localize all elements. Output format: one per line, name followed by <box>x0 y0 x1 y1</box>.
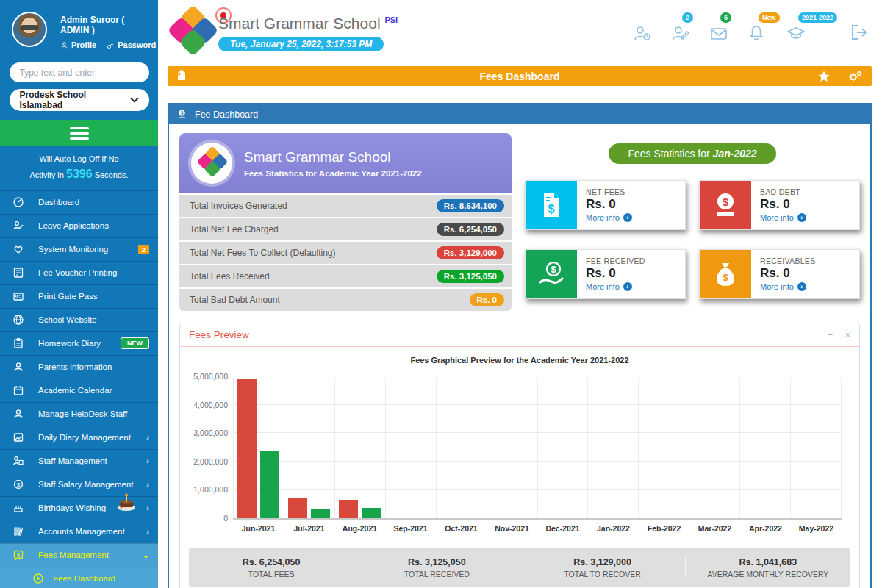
table-row: Total Net Fees To Collect (Defaulting) R… <box>179 242 512 264</box>
sidebar-item-system-monitoring[interactable]: System Monitoring 2 <box>0 237 158 261</box>
stat-value-badge: Rs. 8,634,100 <box>437 199 504 212</box>
sidebar-item-fees-management[interactable]: $ Fees Management ⌄ <box>0 543 158 567</box>
sign-out-icon <box>850 24 869 41</box>
notifications-button[interactable]: New <box>748 19 767 41</box>
invoice-dollar-icon: $ <box>539 191 564 219</box>
x-tick-label: Aug-2021 <box>334 521 385 533</box>
chevron-down-icon <box>130 97 139 103</box>
chevron-right-icon: › <box>146 480 149 489</box>
homework-new-badge: NEW <box>121 337 149 349</box>
user-name: Admin Suroor ( ADMIN ) <box>60 10 151 35</box>
academic-session-button[interactable]: 2021-2022 <box>786 19 831 41</box>
sidebar-item-homework-diary[interactable]: Homework Diary NEW <box>0 331 158 355</box>
sidebar-item-staff-management[interactable]: Staff Management › <box>0 449 158 473</box>
more-info-link[interactable]: More info› <box>760 213 806 222</box>
search-input[interactable] <box>10 62 149 82</box>
person-board-icon <box>12 455 24 467</box>
fees-tag-icon: $ <box>12 549 24 561</box>
fees-chart: 01,000,0002,000,0003,000,0004,000,0005,0… <box>180 372 849 541</box>
gridline <box>233 376 842 376</box>
sidebar-item-leave-applications[interactable]: Leave Applications <box>0 214 158 237</box>
sidebar-item-fee-voucher-printing[interactable]: Fee Voucher Printing <box>0 261 158 284</box>
month-stats-pill: Fees Statistics for Jan-2022 <box>609 143 775 164</box>
school-logo-small <box>191 143 232 184</box>
deposit-dollar-icon: $ <box>176 109 187 120</box>
more-info-link[interactable]: More info› <box>586 282 645 291</box>
sidebar-toggle[interactable] <box>0 120 158 146</box>
sidebar-item-fees-dashboard[interactable]: Fees Dashboard <box>0 567 158 588</box>
stats-table: Total Invoices Generated Rs. 8,634,100 T… <box>179 195 512 311</box>
svg-text:$: $ <box>17 481 21 488</box>
sidebar-item-birthdays-wishing[interactable]: Birthdays Wishing › <box>0 496 158 520</box>
birthday-cake-icon <box>115 492 137 512</box>
session-year-badge: 2021-2022 <box>798 12 837 23</box>
sidebar-item-daily-diary-management[interactable]: Daily Diary Management › <box>0 426 158 449</box>
bar-fees-received <box>260 451 279 518</box>
summary-total-fees: Rs. 6,254,050 TOTAL FEES <box>189 557 354 578</box>
more-info-link[interactable]: More info› <box>586 213 632 222</box>
minimize-button[interactable]: − <box>828 329 833 340</box>
hamburger-icon <box>70 127 89 140</box>
sidebar-item-print-gate-pass[interactable]: Print Gate Pass <box>0 284 158 308</box>
arrow-circle-icon: › <box>797 282 806 291</box>
password-link-label: Password <box>118 40 156 49</box>
bar-fees-charged <box>237 379 257 518</box>
school-name-sup: PSI <box>384 15 398 24</box>
svg-text:$: $ <box>17 552 21 559</box>
user-requests-badge: 2 <box>682 12 693 23</box>
table-row: Total Invoices Generated Rs. 8,634,100 <box>179 195 512 217</box>
user-requests-button[interactable]: 2 <box>672 19 691 41</box>
bell-icon <box>748 25 764 41</box>
app-root: Admin Suroor ( ADMIN ) Profile Password … <box>0 0 882 588</box>
voucher-icon <box>12 267 24 279</box>
messages-button[interactable]: 6 <box>710 19 729 41</box>
summary-total-to-recover: Rs. 3,129,000 TOTAL TO RECOVER <box>520 557 686 578</box>
settings-gears-icon[interactable] <box>848 70 863 83</box>
profile-link[interactable]: Profile <box>60 40 96 49</box>
mail-icon <box>710 26 728 41</box>
chevron-right-icon: › <box>146 503 149 512</box>
salary-icon: $ <box>12 478 24 490</box>
chart-month-column <box>335 378 386 518</box>
sidebar-item-academic-calendar[interactable]: Academic Calendar <box>0 379 158 402</box>
sidebar-menu: Dashboard Leave Applications System Moni… <box>0 190 158 588</box>
y-tick-label: 5,000,000 <box>193 372 228 381</box>
star-icon[interactable] <box>817 70 831 83</box>
table-row: Total Bad Debt Amount Rs. 0 <box>179 289 512 311</box>
school-select-value: Prodesk School Islamabad <box>20 90 130 110</box>
avatar[interactable] <box>12 12 47 47</box>
x-tick-label: Nov-2021 <box>487 521 537 533</box>
chart-month-column <box>487 378 538 518</box>
notifications-badge: New <box>759 12 780 23</box>
chart-summary: Rs. 6,254,050 TOTAL FEES Rs. 3,125,050 T… <box>189 548 850 587</box>
logout-button[interactable] <box>850 19 869 41</box>
bar-fees-received <box>362 508 381 518</box>
x-tick-label: Mar-2022 <box>689 521 740 533</box>
close-button[interactable]: × <box>845 329 850 340</box>
monitoring-badge: 2 <box>138 245 149 254</box>
fee-dashboard-box-title: Fee Dashboard <box>195 110 258 120</box>
autolog-seconds: 5396 <box>66 168 93 180</box>
school-card-subtitle: Fees Statistics for Academic Year 2021-2… <box>244 169 422 178</box>
sidebar-item-dashboard[interactable]: Dashboard <box>0 190 158 214</box>
sidebar-item-manage-helpdesk-staff[interactable]: Manage HelpDesk Staff <box>0 402 158 426</box>
password-link[interactable]: Password <box>107 40 156 49</box>
cake-outline-icon <box>12 502 24 514</box>
user-clock-button[interactable] <box>634 19 653 41</box>
sidebar-profile: Admin Suroor ( ADMIN ) Profile Password <box>0 0 158 55</box>
bar-fees-charged <box>339 500 358 518</box>
summary-total-received: Rs. 3,125,050 TOTAL RECEIVED <box>354 557 520 578</box>
fees-preview-title: Fees Preview <box>189 329 249 340</box>
sidebar-item-school-website[interactable]: School Website <box>0 308 158 331</box>
arrow-circle-icon: › <box>623 282 632 291</box>
sidebar-item-parents-information[interactable]: Parents Information <box>0 355 158 379</box>
globe-icon <box>12 314 24 326</box>
more-info-link[interactable]: More info› <box>760 282 815 291</box>
chart-month-column <box>538 378 589 518</box>
sidebar-item-accounts-management[interactable]: Accounts Management › <box>0 520 158 543</box>
x-tick-label: Sep-2021 <box>385 521 436 533</box>
id-card-icon <box>12 290 24 302</box>
school-select[interactable]: Prodesk School Islamabad <box>10 89 149 111</box>
heart-pulse-icon <box>12 243 24 255</box>
tag-icon <box>175 70 188 83</box>
